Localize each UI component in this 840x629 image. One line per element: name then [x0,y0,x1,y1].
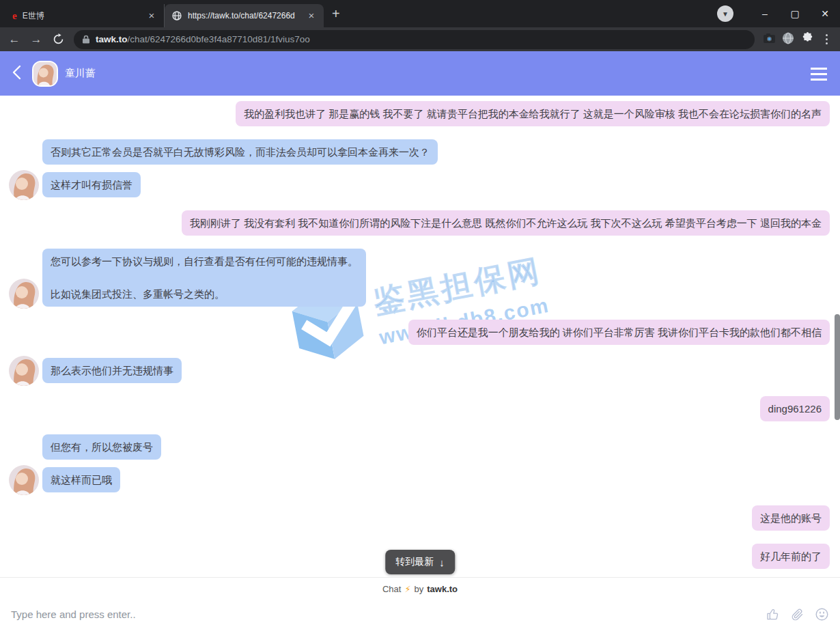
message-row: 你们平台还是我一个朋友给我的 讲你们平台非常厉害 我讲你们平台卡我的款他们都不相… [0,320,840,345]
visitor-message-bubble: 好几年前的了 [752,544,830,569]
message-paragraph: 比如说集团式投注、多重帐号之类的。 [51,287,358,301]
lightning-bolt-icon: ⚡ [404,584,410,594]
browser-toolbar: ← → tawk.to/chat/6247266d0bfe3f4a87710d8… [0,27,840,51]
chat-menu-icon[interactable] [811,68,827,81]
tab-close-icon[interactable]: × [306,10,317,21]
visitor-message-bubble: 你们平台还是我一个朋友给我的 讲你们平台非常厉害 我讲你们平台卡我的款他们都不相… [408,320,830,345]
message-row: 我刚刚讲了 我没有套利 我不知道你们所谓的风险下注是什么意思 既然你们不允许这么… [0,210,840,236]
chat-input-bar: Type here and press enter.. [0,600,840,629]
visitor-message-bubble: 我的盈利我也讲了 那是赢的钱 我不要了 就请贵平台把我的本金给我就行了 这就是一… [236,101,830,126]
url-text: tawk.to/chat/6247266d0bfe3f4a87710d81/1f… [96,34,310,44]
agent-avatar [9,465,39,495]
maximize-button[interactable]: ▢ [780,8,810,19]
globe-extension-icon[interactable] [781,32,796,47]
esbo-favicon-icon: e [12,10,17,22]
chat-back-icon[interactable] [12,65,21,83]
tab-close-icon[interactable]: × [146,10,157,21]
visitor-message-bubble: 我刚刚讲了 我没有套利 我不知道你们所谓的风险下注是什么意思 既然你们不允许这么… [182,210,830,236]
message-paragraph: 您可以参考一下协议与规则，自行查看是否有任何可能的违规情事。 [51,254,358,268]
jump-to-latest-label: 转到最新 [395,556,434,568]
agent-avatar [32,61,58,87]
message-row: 否则其它正常会员是否就平白无故博彩风险，而非法会员却可以拿回本金再来一次？ [0,139,840,165]
address-bar[interactable]: tawk.to/chat/6247266d0bfe3f4a87710d81/1f… [74,30,755,49]
message-row: ding961226 [0,396,840,421]
chat-header: 童川蔷 [0,51,840,96]
branding-chat-label: Chat [382,584,401,594]
chat-scrollbar-thumb[interactable] [835,314,840,420]
agent-message-bubble: 那么表示他们并无违规情事 [42,358,182,383]
message-row: 您可以参考一下协议与规则，自行查看是否有任何可能的违规情事。 比如说集团式投注、… [0,249,840,307]
agent-avatar [9,356,39,386]
tab-title: E世博 [23,10,141,22]
branding-brand-label: tawk.to [427,584,458,594]
message-input[interactable]: Type here and press enter.. [11,609,755,620]
attachment-paperclip-icon[interactable] [790,608,804,621]
agent-message-bubble: 就这样而已哦 [42,467,120,492]
lock-icon [82,35,90,44]
extensions-puzzle-icon[interactable] [800,32,815,46]
message-row: 就这样而已哦 [0,467,840,492]
agent-avatar [9,279,39,309]
jump-to-latest-button[interactable]: 转到最新 ↓ [385,550,455,574]
emoji-smiley-icon[interactable] [815,607,829,621]
agent-message-bubble: 您可以参考一下协议与规则，自行查看是否有任何可能的违规情事。 比如说集团式投注、… [42,249,366,307]
tab-tawkto[interactable]: https://tawk.to/chat/6247266d × [165,4,324,27]
thumbs-up-icon[interactable] [766,608,780,621]
message-row: 但您有，所以您被废号 [0,434,840,460]
message-row: 这样才叫有损信誉 [0,172,840,197]
tab-title: https://tawk.to/chat/6247266d [188,11,300,20]
agent-name: 童川蔷 [65,67,96,80]
arrow-down-icon: ↓ [439,557,445,568]
back-icon[interactable]: ← [5,33,23,46]
agent-message-bubble: 但您有，所以您被废号 [42,434,161,460]
agent-message-bubble: 否则其它正常会员是否就平白无故博彩风险，而非法会员却可以拿回本金再来一次？ [42,139,438,165]
visitor-message-bubble: 这是他的账号 [752,505,830,531]
minimize-button[interactable]: – [750,8,780,19]
tab-esbo[interactable]: e E世博 × [5,4,165,27]
agent-message-bubble: 这样才叫有损信誉 [42,172,141,197]
reload-icon[interactable] [49,33,67,45]
agent-avatar [9,170,39,200]
chat-message-area[interactable]: 鉴黑担保网 www.jbdb8.com 我的盈利我也讲了 那是赢的钱 我不要了 … [0,96,840,577]
message-row: 那么表示他们并无违规情事 [0,358,840,383]
browser-menu-icon[interactable] [819,34,835,44]
message-row: 这是他的账号 [0,505,840,531]
camera-extension-icon[interactable] [761,33,776,46]
new-tab-button[interactable]: + [332,6,340,22]
window-controls: ▼ – ▢ ✕ [717,0,840,27]
forward-icon[interactable]: → [27,33,45,46]
profile-chevron-button[interactable]: ▼ [717,5,733,22]
visitor-message-bubble: ding961226 [760,396,830,421]
tawkto-branding[interactable]: Chat ⚡ by tawk.to [0,577,840,600]
branding-by-label: by [415,584,424,594]
globe-favicon-icon [171,10,182,21]
close-button[interactable]: ✕ [810,8,840,19]
browser-tab-bar: e E世博 × https://tawk.to/chat/6247266d × … [0,0,840,27]
message-row: 我的盈利我也讲了 那是赢的钱 我不要了 就请贵平台把我的本金给我就行了 这就是一… [0,101,840,126]
